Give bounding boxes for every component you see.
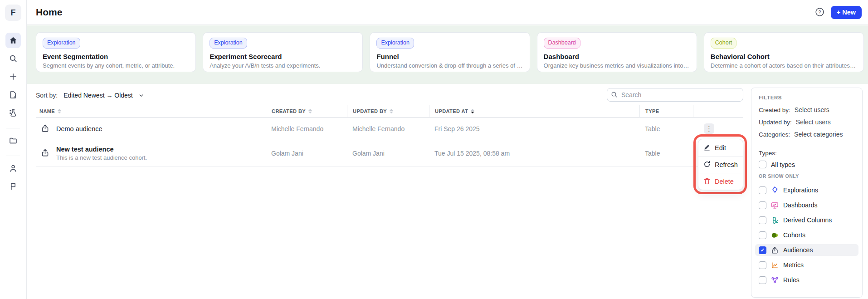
filters-panel: FILTERS Created by: Select users Updated… bbox=[751, 88, 863, 298]
sort-arrows-icon bbox=[390, 109, 393, 113]
filters-title: FILTERS bbox=[759, 95, 855, 100]
sidebar-item-feedback[interactable] bbox=[5, 179, 21, 194]
sidebar-item-search[interactable] bbox=[5, 51, 21, 66]
select-categories[interactable]: Select categories bbox=[794, 131, 843, 138]
edit-document-icon bbox=[9, 91, 17, 99]
column-header-updated-by[interactable]: UPDATED BY bbox=[347, 105, 429, 117]
refresh-icon bbox=[703, 161, 711, 169]
line-chart-icon bbox=[771, 261, 779, 269]
sidebar-item-folder[interactable] bbox=[5, 133, 21, 148]
filter-updated-by: Updated by: Select users bbox=[759, 118, 855, 126]
question-circle-icon: ? bbox=[815, 7, 824, 19]
search-box bbox=[607, 88, 743, 102]
select-users-updated[interactable]: Select users bbox=[796, 118, 831, 126]
filter-type-derived-columns[interactable]: Derived Columns bbox=[755, 214, 858, 226]
card-title: Funnel bbox=[376, 53, 523, 60]
row-actions-kebab-button[interactable]: ⋮ bbox=[704, 123, 714, 134]
item-name[interactable]: New test audience bbox=[56, 146, 147, 153]
table-row[interactable]: Demo audience Michelle Fernando Michelle… bbox=[36, 118, 743, 140]
filter-created-by: Created by: Select users bbox=[759, 106, 855, 113]
flag-icon bbox=[9, 182, 17, 191]
card-title: Dashboard bbox=[544, 53, 690, 60]
card-badge: Exploration bbox=[43, 38, 80, 49]
card-badge: Exploration bbox=[210, 38, 247, 49]
search-input[interactable] bbox=[607, 88, 743, 102]
cohorts-checkbox[interactable] bbox=[759, 231, 766, 239]
column-header-created-by[interactable]: CREATED BY bbox=[266, 105, 347, 117]
derived-column-icon bbox=[771, 216, 779, 224]
table-row[interactable]: New test audience This is a new test aud… bbox=[36, 140, 743, 167]
explorations-checkbox[interactable] bbox=[759, 186, 766, 194]
metrics-checkbox[interactable] bbox=[759, 261, 766, 269]
card-behavioral-cohort[interactable]: Cohort Behavioral Cohort Determine a coh… bbox=[704, 32, 864, 72]
card-badge: Cohort bbox=[711, 38, 737, 49]
filter-categories: Categories: Select categories bbox=[759, 131, 855, 138]
sidebar-item-create-new[interactable] bbox=[5, 69, 21, 84]
card-description: Understand conversion & drop-off through… bbox=[376, 62, 523, 69]
updated-by-cell: Michelle Fernando bbox=[347, 125, 429, 132]
lightbulb-icon bbox=[771, 186, 779, 194]
pencil-icon bbox=[703, 143, 711, 152]
column-header-name[interactable]: NAME bbox=[36, 105, 266, 117]
filter-type-explorations[interactable]: Explorations bbox=[755, 184, 858, 196]
filter-type-cohorts[interactable]: Cohorts bbox=[755, 229, 858, 241]
filter-all-types[interactable]: All types bbox=[759, 161, 855, 168]
help-button[interactable]: ? bbox=[815, 7, 825, 17]
card-description: Segment events by any cohort, metric, or… bbox=[43, 62, 189, 69]
card-event-segmentation[interactable]: Exploration Event Segmentation Segment e… bbox=[36, 32, 196, 72]
filter-type-rules[interactable]: Rules bbox=[755, 274, 858, 286]
svg-text:?: ? bbox=[819, 10, 821, 15]
updated-by-cell: Golam Jani bbox=[347, 150, 429, 157]
type-cell: Table bbox=[639, 125, 693, 132]
table-header: NAME CREATED BY UPDATED BY UPDATED AT TY… bbox=[36, 105, 743, 118]
rules-network-icon bbox=[771, 276, 779, 284]
card-badge: Exploration bbox=[376, 38, 414, 49]
flask-icon bbox=[9, 109, 17, 117]
app-logo[interactable]: F bbox=[5, 5, 21, 21]
sidebar-item-account[interactable] bbox=[5, 161, 21, 176]
topbar: Home ? + New bbox=[27, 0, 868, 25]
column-header-type[interactable]: TYPE bbox=[639, 105, 693, 117]
card-experiment-scorecard[interactable]: Exploration Experiment Scorecard Analyze… bbox=[203, 32, 363, 72]
new-button[interactable]: + New bbox=[831, 6, 862, 19]
filter-type-dashboards[interactable]: Dashboards bbox=[755, 199, 858, 211]
derived-columns-checkbox[interactable] bbox=[759, 216, 766, 224]
card-badge: Dashboard bbox=[544, 38, 580, 49]
card-description: Determine a cohort of actors based on th… bbox=[711, 62, 857, 69]
card-dashboard[interactable]: Dashboard Dashboard Organize key busines… bbox=[537, 32, 697, 72]
created-by-cell: Michelle Fernando bbox=[266, 125, 347, 132]
user-icon bbox=[9, 164, 17, 172]
audience-share-icon bbox=[771, 246, 779, 254]
page-title: Home bbox=[36, 7, 62, 18]
audiences-checkbox[interactable] bbox=[759, 246, 766, 254]
cohort-circles-icon bbox=[771, 231, 779, 239]
menu-item-refresh[interactable]: Refresh bbox=[698, 156, 743, 173]
menu-item-delete[interactable]: Delete bbox=[698, 173, 743, 190]
sort-control[interactable]: Sort by: Edited Newest → Oldest bbox=[36, 89, 144, 102]
row-context-menu: Edit Refresh Delete bbox=[698, 139, 743, 190]
sort-value: Edited Newest → Oldest bbox=[63, 92, 133, 99]
sidebar-divider bbox=[6, 128, 20, 128]
filter-type-audiences[interactable]: Audiences bbox=[755, 244, 858, 256]
filters-divider bbox=[759, 144, 855, 144]
template-cards-band: Exploration Event Segmentation Segment e… bbox=[27, 25, 868, 84]
home-icon bbox=[9, 36, 17, 44]
column-header-updated-at[interactable]: UPDATED AT bbox=[429, 105, 639, 117]
dashboards-checkbox[interactable] bbox=[759, 201, 766, 209]
rules-checkbox[interactable] bbox=[759, 276, 766, 284]
all-types-checkbox[interactable] bbox=[759, 161, 766, 168]
sidebar: F bbox=[0, 0, 27, 299]
sort-arrows-icon bbox=[308, 109, 312, 113]
card-funnel[interactable]: Exploration Funnel Understand conversion… bbox=[370, 32, 530, 72]
filter-type-metrics[interactable]: Metrics bbox=[755, 259, 858, 271]
sidebar-item-drafts[interactable] bbox=[5, 87, 21, 103]
column-header-actions bbox=[693, 105, 743, 117]
sidebar-item-experiments[interactable] bbox=[5, 105, 21, 121]
sidebar-item-home[interactable] bbox=[5, 33, 21, 48]
item-name[interactable]: Demo audience bbox=[56, 125, 102, 132]
select-users-created[interactable]: Select users bbox=[795, 106, 829, 113]
card-description: Organize key business metrics and visual… bbox=[544, 62, 690, 69]
sort-arrows-icon bbox=[471, 109, 474, 113]
menu-item-edit[interactable]: Edit bbox=[698, 139, 743, 156]
card-description: Analyze your A/B/n tests and experiments… bbox=[210, 62, 356, 69]
